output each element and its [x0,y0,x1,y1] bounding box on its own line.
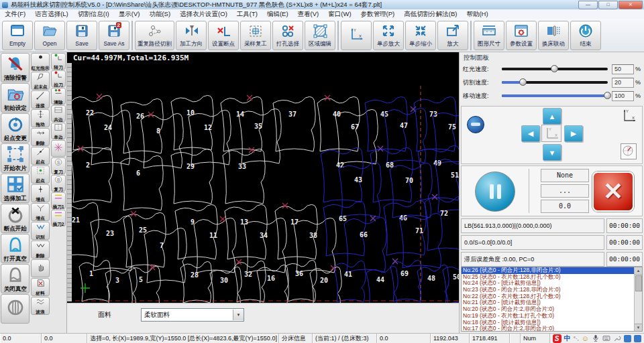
sidebar-col2-识别[interactable]: 识别 [31,222,50,240]
toolbar-button-区域编辑[interactable]: 区域编辑 [305,21,335,50]
maximize-button[interactable]: □ [598,1,618,9]
pattern-piece[interactable] [273,96,315,151]
pattern-piece[interactable] [180,261,212,303]
sidebar-col3-单边[interactable]: 单边 [51,123,66,139]
pattern-piece[interactable] [79,260,111,301]
sogou-input-icon[interactable]: S [553,334,561,343]
menu-item-查看(V)[interactable]: 查看(V) [293,10,324,19]
toolbar-button-Open[interactable]: Open [34,21,65,50]
pattern-piece[interactable] [70,147,113,202]
sidebar-col1-选择加工[interactable]: 选择加工 [1,174,30,203]
pattern-piece[interactable] [339,162,381,217]
menu-item-帮助(H)[interactable]: 帮助(H) [462,10,492,19]
microphone-icon[interactable] [592,334,600,342]
sidebar-col3-清除[interactable]: 清除 [51,88,66,105]
sidebar-col1-关闭真空[interactable]: 关闭真空 [1,264,30,293]
scroll-down-icon[interactable]: ▼ [635,324,642,331]
sidebar-col2-增点[interactable]: 增点 [31,203,50,221]
sidebar-col2-增点[interactable]: 增点 [31,184,50,202]
menu-item-文件(F)[interactable]: 文件(F) [0,10,30,19]
log-scrollbar[interactable]: ▲ ▼ [634,267,642,331]
keyboard-icon[interactable] [602,334,610,342]
pattern-piece[interactable] [294,218,336,273]
toolbar-button-axes[interactable]: YX [341,21,372,50]
menu-item-功能(S)[interactable]: 功能(S) [144,10,175,19]
sidebar-col2-材料[interactable]: 材料 [31,278,50,296]
sidebar-col2-删除[interactable]: 删除 [31,128,50,146]
log-row[interactable]: No:23 (状态0 - 闭合片:128,非闭合片:0) [462,287,635,293]
sidebar-col1-初始设定[interactable]: 初始设定 [1,83,30,113]
pattern-piece[interactable] [210,267,241,303]
log-row[interactable]: No:17 (状态0 - 闭合片:2,非闭合片:0) [462,326,635,332]
menu-item-工具(T)[interactable]: 工具(T) [232,10,262,19]
sidebar-col2-hand[interactable] [31,259,50,277]
slider-track-1[interactable] [502,81,608,84]
sidebar-col1-断点开始[interactable]: 断点开始 [1,204,30,233]
menu-item-显示(V)[interactable]: 显示(V) [114,10,145,19]
sidebar-col3-共边[interactable]: 共边 [51,105,66,122]
stop-button[interactable]: ✕ [592,172,634,212]
sidebar-col2-连接[interactable]: 连接 [31,90,50,109]
sidebar-col2-拖动[interactable]: 拖动 [31,109,50,127]
emoji-icon[interactable]: ☺ [582,334,589,342]
slider-track-0[interactable] [502,68,608,70]
toolbar-button-放大[interactable]: 放大 [437,21,468,50]
pattern-piece[interactable] [443,263,459,303]
sidebar-col2-起末点[interactable]: 起末点 [31,72,50,90]
minimize-button[interactable]: — [578,1,598,9]
log-row[interactable]: No:22 (状态0 - 衣片数:128,打孔个数:0) [462,293,635,300]
sidebar-col2-起点[interactable]: 起点 [31,147,50,165]
sidebar-col2-删除[interactable]: 删除 [31,241,50,259]
pattern-piece[interactable] [123,212,166,267]
toolbar-button-加工方向[interactable]: 加工方向 [176,21,207,50]
pattern-piece[interactable] [121,155,163,210]
panel-blue-2-icon[interactable] [634,335,641,342]
sidebar-col1-清除报警[interactable]: 清除报警 [1,53,30,82]
chinese-mode-icon[interactable]: 中 [564,334,571,342]
compass-icon[interactable] [621,143,637,159]
toolbox-icon[interactable] [613,334,621,342]
pattern-piece[interactable] [171,149,213,204]
sidebar-col2-红光指示[interactable]: 红光指示 [31,53,50,71]
toolbar-button-打孔选择[interactable]: 打孔选择 [272,21,303,50]
sidebar-col3-复刀[interactable]: B复刀 [51,175,66,192]
punctuation-icon[interactable]: °·, [574,334,579,342]
jog-up-button[interactable]: ▲ [543,108,561,125]
pattern-piece[interactable] [335,109,378,164]
toolbar-button-换床联动[interactable]: 换床联动 [538,21,569,50]
toolbar-button-单步缩小[interactable]: 单步缩小 [405,21,436,50]
jog-left-button[interactable]: ◀ [521,125,540,142]
pattern-canvas-svg[interactable]: 2224268101214353740674547737526293342436… [67,52,459,303]
sidebar-col1-开始衣片[interactable]: 开始衣片 [1,143,30,173]
sidebar-col1-打开真空[interactable]: 打开真空 [1,234,30,263]
pattern-piece[interactable] [323,201,366,256]
jog-down-button[interactable]: ▼ [543,144,561,161]
close-button[interactable]: ✕ [619,1,643,9]
toolbar-button-采样复工[interactable]: 采样复工 [240,21,271,50]
sidebar-col3-抬刀[interactable]: 抬刀 [51,70,66,87]
run-dots-button[interactable]: ... [541,184,589,198]
sidebar-col3-转刀[interactable]: 转刀 [51,53,66,70]
toolbar-button-参数设置[interactable]: 参数设置 [506,21,537,50]
toolbar-button-设置断点[interactable]: 设置断点 [208,21,239,50]
toolbar-button-Empty[interactable]: Empty [2,21,33,50]
slider-thumb[interactable] [551,65,558,72]
pattern-piece[interactable] [129,266,160,303]
menu-item-高低切割分解法(B)[interactable]: 高低切割分解法(B) [399,10,462,19]
scroll-up-icon[interactable]: ▲ [635,267,642,275]
toolbar-button-重复路径切割[interactable]: 重复路径切割 [135,21,174,50]
panel-blue-1-icon[interactable] [624,335,631,342]
pattern-piece[interactable] [223,149,265,204]
sidebar-col3-插刀1[interactable]: 插刀1 [51,192,66,209]
toolbar-button-结束[interactable]: 结束 [570,21,601,50]
menu-item-语言选择(L)[interactable]: 语言选择(L) [30,10,73,19]
log-row[interactable]: No:18 (状态0 - [统计裁剪信息]) [462,320,635,326]
sidebar-col3-插刀2[interactable]: 插刀2 [51,210,66,226]
log-row[interactable]: No:25 (状态0 - 衣片数:128,打孔个数:0) [462,274,635,281]
slider-track-2[interactable] [502,94,608,97]
sidebar-col2-起点[interactable]: 起点 [31,165,50,184]
menu-item-选择衣片设置(O)[interactable]: 选择衣片设置(O) [175,10,232,19]
log-row[interactable]: No:24 (状态0 - [统计裁剪信息]) [462,280,635,287]
log-row[interactable]: No:19 (状态0 - 衣片数:1,打孔个数:0) [462,313,635,320]
log-row[interactable]: No:26 (状态0 - 闭合片:128,非闭合片:0) [462,267,635,274]
